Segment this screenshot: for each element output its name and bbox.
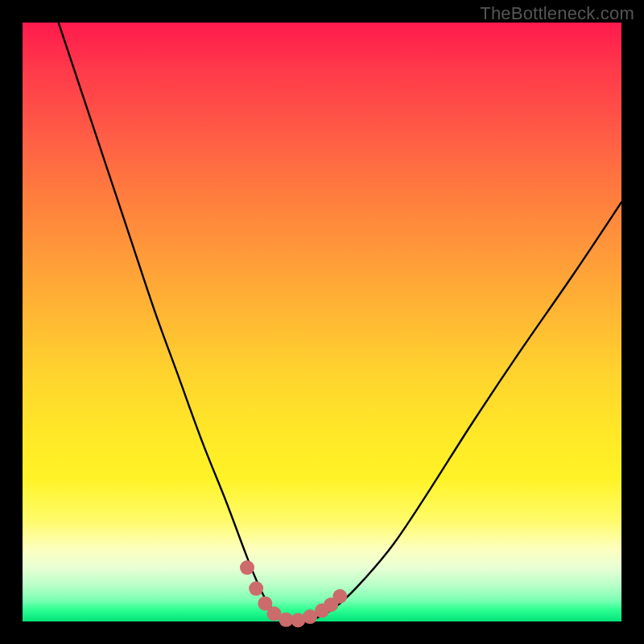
plot-area xyxy=(23,23,621,621)
bottleneck-curve xyxy=(59,23,621,622)
trough-marker xyxy=(249,581,263,596)
trough-marker xyxy=(240,560,254,575)
trough-markers xyxy=(240,560,347,627)
trough-marker xyxy=(332,589,347,604)
chart-svg xyxy=(23,23,621,621)
watermark-text: TheBottleneck.com xyxy=(480,3,634,24)
curve-path xyxy=(59,23,621,622)
outer-frame: TheBottleneck.com xyxy=(0,0,644,644)
